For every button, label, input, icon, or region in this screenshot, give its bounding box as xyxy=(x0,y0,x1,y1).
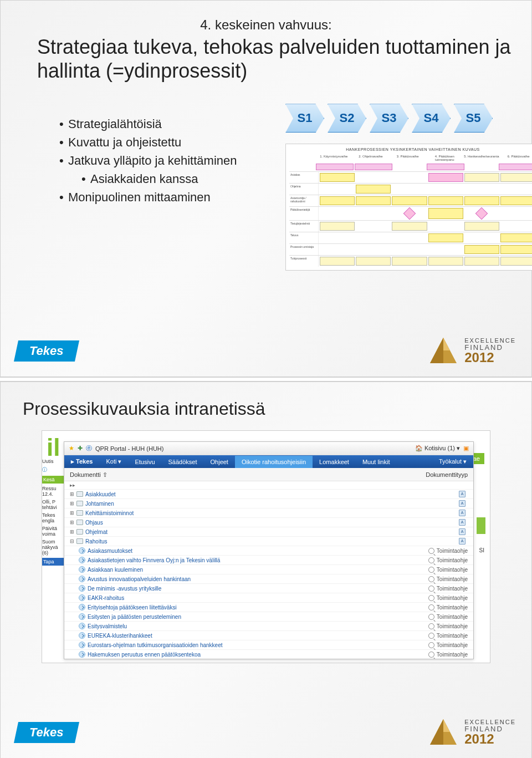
nav-tab[interactable]: Etusivu xyxy=(128,456,161,468)
document-icon xyxy=(79,557,85,563)
slide-1: 4. keskeinen vahvuus: Strategiaa tukeva,… xyxy=(0,0,532,377)
document-row[interactable]: Eurostars-ohjelman tutkimusorganisaatioi… xyxy=(64,640,473,650)
process-diagram-title: HANKEPROSESSIEN YKSINKERTAINEN VAIHEITTA… xyxy=(289,147,532,151)
document-icon xyxy=(79,576,85,582)
process-arrow: S5 xyxy=(454,104,493,133)
process-arrow: S3 xyxy=(370,104,408,133)
phase-label: 4. Päätöksen toimeenpano xyxy=(427,154,463,162)
search-icon[interactable] xyxy=(428,567,434,573)
slide1-kicker: 4. keskeinen vahvuus: xyxy=(17,17,515,33)
document-row[interactable]: Esitysvalmistelu Toimintaohje xyxy=(64,622,473,631)
swimlane-label: Ohjelma xyxy=(289,184,319,195)
document-row[interactable]: Asiakkaan kuuleminen Toimintaohje xyxy=(64,565,473,574)
col-document[interactable]: Dokumentti ⇧ xyxy=(70,471,108,479)
qpr-nav: ▸ Tekes Koti ▾ Etusivu Säädökset Ohjeet … xyxy=(64,455,473,468)
pink-box xyxy=(355,164,392,170)
swimlane-label: Tukiprosessit xyxy=(289,256,319,267)
folder-row-expanded[interactable]: ⊟RahoitusA xyxy=(64,537,473,546)
nav-tab[interactable]: Säädökset xyxy=(162,456,204,468)
document-row[interactable]: Erityisehtoja päätökseen liitettäväksi T… xyxy=(64,603,473,612)
search-icon[interactable] xyxy=(428,642,434,648)
nav-tab[interactable]: Ohjeet xyxy=(204,456,235,468)
document-row[interactable]: EUREKA-klusterihankkeet Toimintaohje xyxy=(64,631,473,640)
bullet: Jatkuva ylläpito ja kehittäminen xyxy=(59,151,275,170)
folder-row[interactable]: ⊞AsiakkuudetA xyxy=(64,490,473,499)
slide1-bullets: Strategialähtöisiä Kuvattu ja ohjeistett… xyxy=(37,115,275,258)
search-icon[interactable] xyxy=(428,548,434,554)
document-row[interactable]: De minimis -avustus yrityksille Toiminta… xyxy=(64,584,473,593)
excellence-finland-badge: EXCELLENCE FINLAND 2012 xyxy=(428,717,516,748)
phase-label: 5. Hankevaihe/seuranta xyxy=(464,154,500,162)
search-icon[interactable] xyxy=(428,586,434,592)
add-favorite-icon[interactable]: ✚ xyxy=(78,445,83,452)
document-row[interactable]: Asiakasmuutokset Toimintaohje xyxy=(64,546,473,556)
swimlane-label: Talous xyxy=(289,232,319,243)
feed-icon[interactable]: ▣ xyxy=(463,445,469,452)
process-arrow: S1 xyxy=(285,104,324,133)
excellence-year: 2012 xyxy=(464,732,516,746)
search-icon[interactable] xyxy=(428,576,434,582)
nav-tab[interactable]: Muut linkit xyxy=(356,456,397,468)
a-badge-icon: A xyxy=(459,491,466,497)
pyramid-icon xyxy=(428,335,459,367)
table-header: Dokumentti ⇧ Dokumenttityyp xyxy=(64,468,473,481)
phase-label: 6. Päätösvaihe xyxy=(500,154,532,162)
decision-diamond xyxy=(403,207,416,220)
process-diagram: HANKEPROSESSIEN YKSINKERTAINEN VAIHEITTA… xyxy=(285,144,532,271)
search-icon[interactable] xyxy=(428,595,434,601)
nav-koti[interactable]: Koti ▾ xyxy=(99,455,128,468)
process-arrow: S4 xyxy=(412,104,451,133)
document-icon xyxy=(79,547,85,554)
folder-row[interactable]: ⊞JohtaminenA xyxy=(64,499,473,508)
search-icon[interactable] xyxy=(428,614,434,620)
green-marker xyxy=(477,517,485,534)
ie-icon: ⓔ xyxy=(86,444,92,452)
nav-tab-active[interactable]: Oikotie rahoitusohjeisiin xyxy=(235,456,313,468)
search-icon[interactable] xyxy=(428,557,434,563)
nav-tools[interactable]: Työkalut ▾ xyxy=(432,455,473,468)
qpr-portal-window: ★ ✚ ⓔ QPR Portal - HUH (HUH) 🏠 Kotisivu … xyxy=(64,441,474,659)
phase-label: 2. Ohjelmavaihe xyxy=(353,154,389,162)
bullet: Kuvattu ja ohjeistettu xyxy=(59,133,275,151)
search-icon[interactable] xyxy=(428,652,434,658)
home-dropdown[interactable]: 🏠 Kotisivu (1) ▾ xyxy=(415,445,460,452)
document-icon xyxy=(79,642,85,648)
document-row[interactable]: EAKR-rahoitus Toimintaohje xyxy=(64,593,473,603)
nav-tab[interactable]: Lomakkeet xyxy=(313,456,356,468)
a-badge-icon: A xyxy=(459,538,466,545)
right-marker: SI xyxy=(479,547,484,553)
pink-box xyxy=(316,164,354,170)
document-row[interactable]: Avustus innovaatiopalveluiden hankintaan… xyxy=(64,574,473,584)
nav-brand[interactable]: ▸ Tekes xyxy=(64,455,99,468)
folder-row[interactable]: ⊞KehittämistoiminnotA xyxy=(64,508,473,518)
slide1-title: Strategiaa tukeva, tehokas palveluiden t… xyxy=(37,35,515,83)
folder-row[interactable]: ⊞OhjausA xyxy=(64,518,473,527)
phase-label: 3. Päätösvaihe xyxy=(390,154,426,162)
tree-toolbar[interactable]: ▸▸ xyxy=(64,481,473,490)
document-icon xyxy=(79,623,85,629)
swimlane-label: Prosessin omistaja xyxy=(289,244,319,255)
document-icon xyxy=(79,566,85,573)
svg-marker-2 xyxy=(430,338,443,363)
excellence-finland-badge: EXCELLENCE FINLAND 2012 xyxy=(428,335,516,367)
folder-icon xyxy=(76,520,83,525)
document-row[interactable]: Esitysten ja päätösten perusteleminen To… xyxy=(64,612,473,622)
favorite-star-icon[interactable]: ★ xyxy=(69,445,74,452)
bullet-indented: Asiakkaiden kanssa xyxy=(81,170,275,188)
bullet: Strategialähtöisiä xyxy=(59,115,275,133)
a-badge-icon: A xyxy=(459,528,466,535)
svg-marker-5 xyxy=(430,719,443,745)
decision-diamond xyxy=(475,207,488,220)
col-doctype[interactable]: Dokumenttityyp xyxy=(426,471,468,479)
document-tree: ▸▸ ⊞AsiakkuudetA ⊞JohtaminenA ⊞Kehittämi… xyxy=(64,481,473,659)
search-icon[interactable] xyxy=(428,623,434,629)
swimlane-label: Tietojärjestelmä xyxy=(289,221,319,232)
document-row[interactable]: Hakemuksen peruutus ennen päätöksentekoa… xyxy=(64,650,473,659)
folder-row[interactable]: ⊞OhjelmatA xyxy=(64,527,473,537)
search-icon[interactable] xyxy=(428,604,434,611)
document-row[interactable]: Asiakastietojen vaihto Finnvera Oyj:n ja… xyxy=(64,556,473,565)
folder-icon xyxy=(76,501,83,506)
window-title: QPR Portal - HUH (HUH) xyxy=(95,445,163,452)
document-icon xyxy=(79,585,85,592)
search-icon[interactable] xyxy=(428,633,434,639)
